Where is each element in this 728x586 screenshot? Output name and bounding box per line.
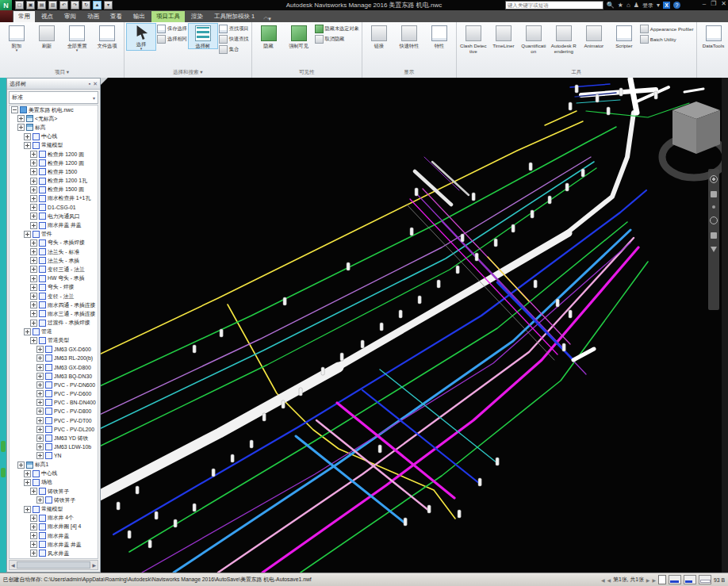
tree-item[interactable]: 检查井 1500 [10, 167, 98, 176]
expander-icon[interactable] [17, 462, 25, 469]
tree-item[interactable]: 法兰头 - 标准 [10, 247, 98, 256]
tree-item[interactable]: 管道 [10, 327, 98, 336]
close-panel-icon[interactable]: ✕ [93, 81, 98, 87]
tree-item[interactable]: PVC - PV-DN600 [10, 381, 98, 389]
链接-button[interactable]: 链接 [364, 23, 394, 49]
print-icon[interactable]: ▤ [37, 1, 46, 10]
expander-icon[interactable] [36, 443, 44, 450]
expander-icon[interactable] [30, 186, 37, 193]
expander-icon[interactable] [30, 248, 37, 255]
expander-icon[interactable] [30, 523, 37, 530]
tree-item[interactable]: PVC - BN-DN400 [10, 398, 98, 407]
datatools-button[interactable]: DataTools [699, 23, 728, 49]
tree-item[interactable]: 雨水井 4个 [10, 514, 98, 523]
home-icon[interactable]: ⌂ [626, 2, 630, 10]
open-icon[interactable]: ▢ [15, 1, 24, 10]
expander-icon[interactable] [30, 195, 37, 202]
tree-item[interactable]: JM63 GX-D600 [10, 345, 98, 354]
tree-item[interactable]: 中心线 [10, 132, 98, 141]
expander-icon[interactable] [30, 204, 37, 211]
tree-item[interactable]: HW 弯头 - 承插 [10, 274, 98, 283]
expander-icon[interactable] [30, 337, 37, 344]
expander-icon[interactable] [24, 231, 31, 238]
save-icon[interactable]: ▣ [26, 1, 35, 10]
quantification-button[interactable]: Quantification [519, 23, 549, 55]
navisworks-logo-icon[interactable]: N [0, 0, 12, 10]
tree-item[interactable]: 检查井 1200 圆 [10, 150, 98, 159]
tree-item[interactable]: JM63 GX-D800 [10, 362, 98, 371]
tree-item[interactable]: 美置东路 机电.nwc [10, 105, 98, 114]
tree-item[interactable]: 风水井盖 [10, 549, 98, 557]
tree-filter-dropdown[interactable]: 标准 ▾ [9, 91, 98, 104]
隐藏-button[interactable]: 隐藏 [254, 23, 284, 49]
文件选项-button[interactable]: 文件选项 [92, 23, 122, 49]
expander-icon[interactable] [30, 310, 37, 317]
tree-item[interactable]: 雨水检查井 1+1孔 [10, 194, 98, 203]
expander-icon[interactable] [30, 515, 37, 522]
expander-icon[interactable] [30, 159, 37, 167]
undo-icon[interactable]: ↶ [59, 1, 68, 10]
expander-icon[interactable] [36, 354, 44, 362]
expander-icon[interactable] [36, 496, 44, 504]
tree-item[interactable]: 标高1 [10, 461, 98, 469]
exchange-apps-icon[interactable]: X [663, 2, 670, 9]
expander-icon[interactable] [30, 239, 37, 247]
redo-icon[interactable]: ↷ [71, 1, 79, 10]
expander-icon[interactable] [36, 408, 44, 415]
取消隐藏-button[interactable]: 取消隐藏 [315, 35, 359, 44]
expander-icon[interactable] [36, 417, 44, 424]
tree-horizontal-scrollbar[interactable]: ◀ ▶ [9, 560, 98, 570]
选择树-button[interactable]: 选择树 [188, 23, 218, 49]
tree-item[interactable]: JM63 YD 铸铁 [10, 434, 98, 442]
tab-1[interactable]: 视点 [36, 11, 58, 22]
expander-icon[interactable] [30, 320, 37, 327]
刷新-button[interactable]: 刷新 [32, 23, 62, 49]
tree-item[interactable]: D1-CSG-01 [10, 203, 98, 212]
infocenter-search-input[interactable] [505, 1, 603, 10]
expander-icon[interactable] [36, 364, 44, 371]
expander-icon[interactable] [30, 301, 37, 308]
tree-item[interactable]: 中心线 [10, 469, 98, 478]
tree-item[interactable]: 雨水井盖 井盖 [10, 220, 98, 229]
viewport-3d[interactable] [101, 78, 722, 573]
tab-2[interactable]: 审阅 [59, 11, 81, 22]
sheet-browser-icon[interactable] [658, 575, 666, 584]
tree-item[interactable]: 铸铁箅子 [10, 496, 98, 504]
expander-icon[interactable] [30, 541, 37, 548]
tree-item[interactable]: JM63 RL-200(b) [10, 354, 98, 362]
tree-item[interactable]: 检查井 1200 1孔 [10, 177, 98, 186]
选择相同-button[interactable]: 选择相同 [157, 35, 187, 44]
tree-item[interactable]: 雨水井盖 [10, 531, 98, 540]
tab-4[interactable]: 查看 [105, 11, 127, 22]
查找项目-button[interactable]: 查找项目 [219, 25, 249, 33]
隐藏未选定对象-button[interactable]: 隐藏未选定对象 [315, 25, 359, 33]
tree-item[interactable]: 管件 [10, 230, 98, 239]
tree-item[interactable]: 变径 - 法兰 [10, 292, 98, 301]
refresh-icon[interactable]: ↻ [82, 1, 90, 10]
scroll-right-icon[interactable]: ▶ [92, 562, 96, 568]
强制可见-button[interactable]: 强制可见 [284, 23, 314, 49]
first-sheet-icon[interactable]: ◀ [601, 577, 605, 583]
附加-button[interactable]: 附加▾ [2, 23, 32, 52]
tree-item[interactable]: 雨水井圈 [4] 4 [10, 523, 98, 531]
tree-item[interactable]: 电力沟通风口 [10, 212, 98, 220]
application-menu-button[interactable] [0, 10, 13, 22]
tree-item[interactable]: 管道类型 [10, 336, 98, 345]
expander-icon[interactable] [30, 213, 37, 220]
expander-icon[interactable] [36, 373, 44, 380]
tree-item[interactable]: 标高 [10, 123, 98, 132]
tree-item[interactable]: YN [10, 451, 98, 460]
appearance-profiler-button[interactable]: Appearance Profiler [640, 25, 694, 33]
保存选择-button[interactable]: 保存选择 [157, 25, 187, 33]
star-icon[interactable]: ★ [618, 2, 623, 10]
help-icon[interactable]: ? [673, 2, 680, 9]
steering-wheel-icon[interactable] [710, 175, 718, 183]
tree-item[interactable]: 过渡件 - 承插焊接 [10, 319, 98, 327]
tree-item[interactable]: 弯头 - 焊接 [10, 283, 98, 292]
tab-6[interactable]: 项目工具 [151, 11, 185, 22]
tree-item[interactable]: 场地 [10, 478, 98, 487]
select-tool-icon[interactable]: ▲ [93, 1, 102, 10]
expander-icon[interactable] [36, 435, 44, 442]
tree-item[interactable]: 铸铁箅子 [10, 487, 98, 496]
expander-icon[interactable] [30, 293, 37, 300]
